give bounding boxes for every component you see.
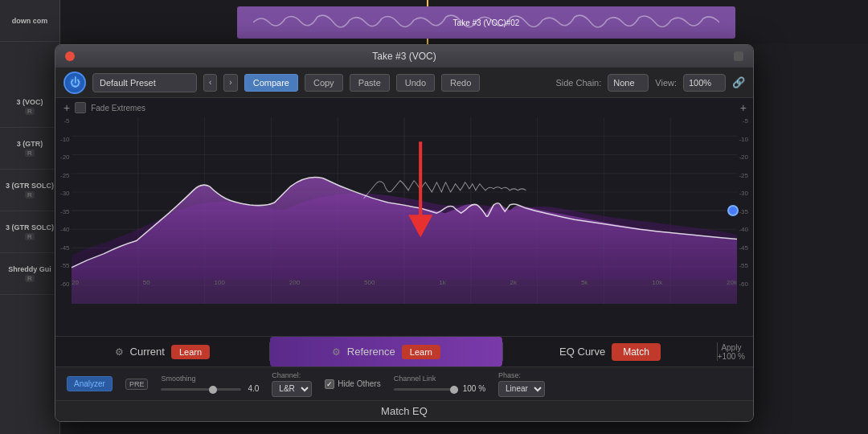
db-scale-right: -5 -10 -20 -25 -30 -35 -40 -45 -55 -60 bbox=[739, 117, 748, 288]
channel-link-label: Channel Link bbox=[394, 375, 436, 383]
smoothing-control: Smoothing 4.0 bbox=[161, 375, 259, 393]
channel-select[interactable]: L&R bbox=[272, 381, 312, 397]
smoothing-slider[interactable] bbox=[161, 388, 241, 391]
hide-others-label: Hide Others bbox=[338, 379, 380, 388]
track-row: 3 (VOC) R bbox=[0, 86, 59, 128]
preset-select[interactable]: Default Preset bbox=[92, 73, 197, 92]
track-row: 3 (GTR SOLC) R bbox=[0, 170, 59, 211]
smoothing-thumb[interactable] bbox=[209, 386, 217, 394]
plus-button-right[interactable]: + bbox=[740, 101, 747, 114]
match-button[interactable]: Match bbox=[612, 343, 661, 361]
smoothing-label: Smoothing bbox=[161, 375, 195, 383]
reference-section: ⚙ Reference Learn bbox=[270, 337, 503, 366]
close-button[interactable] bbox=[65, 51, 75, 61]
apply-area: Apply +100 % bbox=[718, 343, 745, 361]
window-title: Take #3 (VOC) bbox=[75, 51, 734, 62]
gear-icon-reference[interactable]: ⚙ bbox=[332, 346, 341, 358]
phase-control: Phase: Linear bbox=[498, 371, 545, 397]
eq-curve-section: EQ Curve Match bbox=[503, 337, 717, 366]
hide-others-checkbox[interactable]: ✓ bbox=[325, 379, 334, 389]
link-icon[interactable]: 🔗 bbox=[732, 76, 745, 88]
phase-select[interactable]: Linear bbox=[498, 381, 545, 397]
learn-button-current[interactable]: Learn bbox=[171, 345, 210, 359]
power-button[interactable]: ⏻ bbox=[63, 72, 86, 94]
fade-extremes-row: + Fade Extremes + bbox=[55, 98, 753, 117]
eq-display: + Fade Extremes + -5 -10 -20 -25 -30 -35… bbox=[55, 98, 753, 336]
current-label: Current bbox=[130, 346, 165, 358]
frequency-labels: 20 50 100 200 500 1k 2k 5k 10k 20k bbox=[72, 279, 737, 286]
current-section: ⚙ Current Learn bbox=[55, 337, 269, 366]
plus-button-left[interactable]: + bbox=[63, 101, 70, 114]
nav-forward-button[interactable]: › bbox=[223, 74, 237, 92]
bottom-controls-row: Analyzer PRE Smoothing 4.0 Channel: L&R … bbox=[55, 366, 753, 400]
view-label: View: bbox=[655, 78, 677, 88]
channel-link-slider[interactable] bbox=[394, 388, 458, 391]
fade-extremes-label: Fade Extremes bbox=[91, 104, 145, 113]
sidechain-select[interactable]: None bbox=[608, 74, 649, 92]
apply-value: +100 % bbox=[718, 352, 745, 361]
channel-link-value: 100 % bbox=[463, 384, 485, 393]
controls-row: ⏻ Default Preset ‹ › Compare Copy Paste … bbox=[55, 68, 753, 98]
track-row: down com bbox=[0, 0, 59, 42]
channel-link-thumb[interactable] bbox=[450, 386, 458, 394]
track-row: 3 (GTR) R bbox=[0, 128, 59, 170]
section-controls-row: ⚙ Current Learn ⚙ Reference Learn EQ Cur… bbox=[55, 336, 753, 366]
nav-back-button[interactable]: ‹ bbox=[203, 74, 217, 92]
view-select[interactable]: 100% bbox=[683, 74, 726, 92]
track-row: Shreddy Gui R bbox=[0, 253, 59, 295]
fade-extremes-checkbox[interactable] bbox=[75, 102, 86, 113]
title-bar: Take #3 (VOC) bbox=[55, 45, 753, 68]
footer-text: Match EQ bbox=[381, 405, 428, 417]
redo-button[interactable]: Redo bbox=[441, 74, 480, 92]
gear-icon-current[interactable]: ⚙ bbox=[115, 346, 124, 358]
channel-control: Channel: L&R bbox=[272, 371, 312, 397]
sidechain-label: Side Chain: bbox=[555, 78, 601, 88]
reference-label: Reference bbox=[347, 346, 395, 358]
footer-bar: Match EQ bbox=[55, 400, 753, 421]
analyzer-button[interactable]: Analyzer bbox=[67, 376, 113, 391]
apply-label: Apply bbox=[721, 343, 741, 352]
copy-button[interactable]: Copy bbox=[305, 74, 343, 92]
hide-others-group: ✓ Hide Others bbox=[325, 379, 380, 389]
eq-curve-svg bbox=[72, 117, 737, 304]
learn-button-reference[interactable]: Learn bbox=[402, 345, 440, 359]
paste-button[interactable]: Paste bbox=[350, 74, 390, 92]
undo-button[interactable]: Undo bbox=[396, 74, 435, 92]
top-audio-strip: Take #3 (VOC)#02 bbox=[60, 0, 868, 44]
track-row: 3 (GTR SOLC) R bbox=[0, 211, 59, 253]
track-sidebar: down com 3 (VOC) R 3 (GTR) R 3 (GTR SOLC… bbox=[0, 0, 60, 434]
pre-badge[interactable]: PRE bbox=[125, 379, 149, 390]
channel-label: Channel: bbox=[272, 371, 301, 379]
plugin-window: Take #3 (VOC) ⏻ Default Preset ‹ › Compa… bbox=[55, 44, 754, 422]
channel-link-control: Channel Link 100 % bbox=[394, 375, 485, 393]
expand-button[interactable] bbox=[734, 51, 743, 61]
audio-clip[interactable]: Take #3 (VOC)#02 bbox=[237, 6, 735, 39]
phase-label: Phase: bbox=[498, 371, 521, 379]
smoothing-value: 4.0 bbox=[248, 384, 259, 393]
db-scale-left: -5 -10 -20 -25 -30 -35 -40 -45 -55 -60 bbox=[60, 117, 70, 288]
compare-button[interactable]: Compare bbox=[244, 74, 298, 92]
eq-curve-label: EQ Curve bbox=[559, 346, 605, 358]
